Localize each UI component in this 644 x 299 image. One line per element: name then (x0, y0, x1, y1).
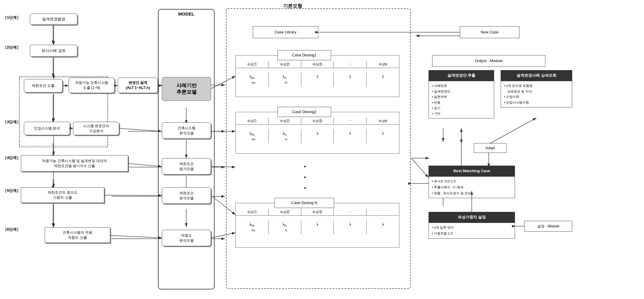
stage-6-label: ［6단계］ (3, 227, 21, 232)
svg-line-56 (104, 195, 162, 195)
box-design-extract-title: 설계변경안 추출 (429, 70, 494, 81)
box-case-detail-content: • n개 핀드에 포함된 상세정보 및 지식 • 수정이력 • 인접시스템사항 (501, 81, 572, 107)
kibo-title: 기본모형 (283, 3, 302, 9)
box-adjacent-system: 인접시스템 분석 (24, 122, 70, 135)
box-similar-case: 유사사례 검토 (30, 45, 77, 57)
model-title: MODEL (158, 11, 215, 16)
svg-line-64 (411, 158, 429, 178)
box-alt-design: 변경안 설계(ALT 1~ALT n) (118, 78, 158, 93)
box-applicable-system: 적용가능 건축시스템도출 (1~N) (69, 78, 115, 93)
svg-line-58 (110, 235, 162, 238)
case-desing-1-title: Case Desing1 (277, 50, 331, 60)
best-matching-content: • 유사도 0.0~1.0 • 추출사례수 : 1~최대 • 정렬 : 유사도점… (429, 176, 515, 198)
attr-weight-title: 속성가중치 설정 (429, 212, 515, 223)
adapt-box: Adapt (474, 143, 507, 153)
attr-weight-content: • n개 입력 변수 • 가중치합 1.0 (429, 223, 515, 239)
diagram-container: ［1단계］ ［2단계］ ［3단계］ ［4단계］ ［5단계］ ［6단계］ 설계변경… (0, 0, 644, 299)
model-box-constraint-eval: 제한조건평가모델 (162, 158, 211, 175)
case-desing-1-container: Case Desing1 속성① 속성② 속성③ ··· 속성N ┝W₁ W₂ … (235, 55, 399, 97)
case-library-box: Case Library (253, 26, 318, 38)
svg-line-54 (128, 164, 162, 167)
model-container (158, 9, 215, 289)
box-constraint: 제한조건 도출 (24, 79, 63, 93)
case-desing-n-title: Case Desing N (274, 198, 334, 208)
svg-line-52 (119, 128, 162, 131)
box-constraint-eval: 적용가능 건축시스템 및 설계변경 대안의제한조건별 평가지수 산출 (21, 155, 128, 172)
box-system-change-analysis: 시스템 변경안의구성분석 (73, 122, 119, 135)
case-desing-2-container: Case Desing2 속성① 속성② 속성③ ··· 속성N ┝W₁ W₂ … (235, 112, 399, 154)
stage-2-label: ［2단계］ (3, 45, 21, 50)
case-desing-n-container: Case Desing N 속성① 속성② 속성③ ··· ` ┝W₁ W₂ ┝… (235, 203, 399, 248)
stage-3-label: ［3단계］ (3, 119, 21, 125)
box-design-change: 설계변경발생 (30, 13, 77, 25)
box-importance-weight: 제한조건의 중요도가중치 산출 (21, 187, 104, 203)
output-module-box: Output - Module (432, 55, 545, 67)
new-case-box: New Case (460, 26, 519, 38)
model-box-system-analysis: 건축시스템분석모델 (162, 122, 211, 139)
best-matching-title: Best Matching Case (429, 166, 515, 176)
case-desing-2-title: Case Desing2 (277, 107, 331, 117)
stage-4-label: ［4단계］ (3, 155, 21, 161)
box-design-extract-content: • 사례번호 • 설계변경안 • 실현여부 • 비용 • 공기 • 기타 (429, 81, 494, 118)
box-fitness-calc: 건축시스템의 적용적합도 산출 (45, 227, 110, 243)
stage-1-label: ［1단계］ (3, 15, 21, 20)
svg-line-39 (490, 118, 536, 143)
setting-module-box: 설정 - Module (524, 221, 572, 232)
box-case-detail-title: 설계변경사례 상세조회 (501, 70, 572, 81)
stage-5-label: ［5단계］ (3, 188, 21, 193)
model-box-fitness-analysis: 적합도분석모델 (162, 230, 211, 246)
model-box-cbr: 사례기반추론모델 (162, 77, 211, 101)
dots: ••• (304, 161, 306, 193)
model-box-constraint-analysis: 제한조건분석모델 (162, 187, 211, 204)
